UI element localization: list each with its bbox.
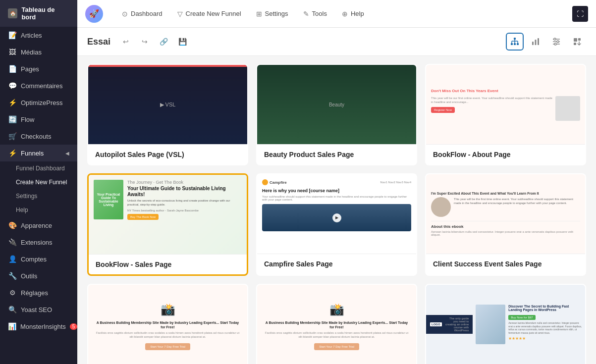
commentaires-icon: 💬 (8, 82, 17, 90)
membership2-cta-btn: Start Your 7 Day Free Trial (314, 343, 359, 350)
view-settings-button[interactable] (547, 33, 565, 51)
tools-icon: ✎ (303, 10, 309, 18)
nav-dashboard-label: Dashboard (131, 10, 163, 17)
ebook-nav-tagline: The only guide you need to creating an o… (444, 317, 469, 332)
template-title-campfire: Campfire Sales Page (257, 254, 416, 274)
sidebar-item-medias[interactable]: 🖼 Médias (0, 44, 77, 60)
templates-grid-area[interactable]: ▶ VSL Autopilot Sales Page (VSL) Beauty … (77, 56, 596, 364)
template-card-ebook[interactable]: LOGO The only guide you need to creating… (425, 284, 586, 364)
template-preview-ebook: LOGO The only guide you need to creating… (426, 285, 585, 364)
ebook-image (476, 305, 505, 344)
content-area: Essai ↩ ↪ 🔗 💾 (77, 28, 596, 364)
autopilot-bar (88, 65, 247, 67)
sidebar-item-checkouts[interactable]: 🛒 Checkouts (0, 128, 77, 145)
monster-icon: 📊 (8, 322, 16, 330)
template-card-client-event[interactable]: I'm Super Excited About This Event and W… (425, 173, 586, 276)
sidebar-sub-funnel-dashboard[interactable]: Funnel Dashboard (0, 161, 77, 175)
save-button[interactable]: 💾 (175, 34, 190, 49)
sidebar-item-label: Checkouts (21, 133, 51, 140)
sidebar-item-reglages[interactable]: ⚙ Réglages (0, 284, 77, 301)
ebook-body: Discover The Secret to Building Fast Lan… (473, 302, 585, 347)
membership2-headline: A Business Building Membership Site Made… (263, 320, 410, 329)
redo-button[interactable]: ↪ (137, 34, 152, 49)
template-card-bookflow-sales[interactable]: Your Practical Guide To Sustainable Livi… (87, 173, 248, 276)
view-export-button[interactable] (568, 33, 586, 51)
sidebar-header[interactable]: 🏠 Tableau de bord (0, 0, 77, 27)
sidebar-item-label: Apparence (21, 222, 52, 229)
about-text: This year will be our first online event… (431, 96, 552, 113)
chart-icon (531, 37, 541, 47)
sidebar-item-extensions[interactable]: 🔌 Extensions (0, 234, 77, 251)
campfire-content: Campfire Nav1 Nav2 Nav3 Nav4 Here is why… (257, 174, 416, 254)
campfire-logo: Campfire Nav1 Nav2 Nav3 Nav4 (262, 179, 411, 185)
about-dont-miss: Don't Miss Out On This Years Event (431, 89, 580, 93)
template-card-membership2[interactable]: 📸 A Business Building Membership Site Ma… (256, 284, 417, 364)
toolbar: Essai ↩ ↪ 🔗 💾 (77, 28, 596, 56)
ebook-desc: Aenean lacinia bibendum nulla sed consec… (508, 321, 582, 334)
sidebar-item-yoast[interactable]: 🔍 Yoast SEO (0, 301, 77, 318)
membership2-camera-icon: 📸 (329, 303, 344, 316)
toolbar-title: Essai (87, 37, 110, 47)
optimizepress-icon: ⚡ (8, 99, 17, 106)
fullscreen-button[interactable]: ⛶ (572, 6, 588, 22)
funnel-dashboard-label: Funnel Dashboard (16, 165, 65, 172)
template-card-beauty[interactable]: Beauty Beauty Product Sales Page (256, 64, 417, 165)
nav-settings[interactable]: ⊞ Settings (249, 6, 295, 22)
template-card-membership1[interactable]: 📸 A Business Building Membership Site Ma… (87, 284, 248, 364)
template-preview-bookflow-about: Don't Miss Out On This Years Event This … (426, 65, 585, 144)
export-icon (572, 37, 582, 47)
nav-settings-label: Settings (265, 10, 288, 17)
template-title-beauty: Beauty Product Sales Page (257, 144, 416, 164)
sidebar-item-articles[interactable]: 📝 Articles (0, 27, 77, 44)
sidebar-item-label: Articles (21, 32, 42, 39)
svg-rect-1 (511, 43, 513, 45)
help-icon: ⊕ (342, 10, 348, 18)
sidebar-item-label: MonsterInsights (20, 323, 66, 330)
top-navigation: 🚀 ⊙ Dashboard ▽ Create New Funnel ⊞ Sett… (77, 0, 596, 28)
nav-dashboard[interactable]: ⊙ Dashboard (115, 6, 169, 22)
ebook-header: LOGO The only guide you need to creating… (426, 315, 473, 334)
client-event-layout: This year will be the first time online … (431, 197, 580, 217)
ebook-content: Discover The Secret to Building Fast Lan… (508, 305, 582, 344)
sidebar-item-monster[interactable]: 📊 MonsterInsights 5 (0, 318, 77, 335)
nav-create-funnel[interactable]: ▽ Create New Funnel (170, 6, 248, 22)
sidebar-sub-help[interactable]: Help (0, 203, 77, 217)
book-buy-btn: Buy The Book Now (127, 214, 159, 220)
nav-tools-label: Tools (312, 10, 327, 17)
dashboard-icon: ⊙ (122, 10, 128, 18)
template-card-campfire[interactable]: Campfire Nav1 Nav2 Nav3 Nav4 Here is why… (256, 173, 417, 276)
client-event-bottom: About this ebook Aenean lacinia bibendum… (431, 221, 580, 236)
sidebar-item-label: Médias (21, 49, 42, 56)
link-button[interactable]: 🔗 (156, 34, 171, 49)
sidebar-item-comptes[interactable]: 👤 Comptes (0, 251, 77, 267)
sidebar-item-label: Outils (21, 272, 37, 280)
sidebar-sub-settings[interactable]: Settings (0, 189, 77, 203)
template-preview-membership1: 📸 A Business Building Membership Site Ma… (88, 285, 247, 364)
sidebar-item-label: Funnels (21, 150, 44, 157)
sidebar-item-pages[interactable]: 📄 Pages (0, 60, 77, 77)
sidebar-sub-create-funnel[interactable]: Create New Funnel (0, 175, 77, 189)
nav-help[interactable]: ⊕ Help (335, 6, 371, 22)
client-event-headline: I'm Super Excited About This Event and W… (431, 192, 580, 195)
autopilot-placeholder: ▶ VSL (160, 102, 176, 108)
membership1-content: 📸 A Business Building Membership Site Ma… (88, 295, 247, 354)
view-chart-button[interactable] (527, 33, 544, 51)
template-preview-client-event: I'm Super Excited About This Event and W… (426, 174, 585, 254)
sidebar-item-outils[interactable]: 🔧 Outils (0, 267, 77, 284)
sidebar-item-funnels[interactable]: ⚡ Funnels ◀ (0, 145, 77, 161)
sidebar-item-commentaires[interactable]: 💬 Commentaires (0, 77, 77, 94)
nav-tools[interactable]: ✎ Tools (296, 6, 334, 22)
templates-grid: ▶ VSL Autopilot Sales Page (VSL) Beauty … (87, 64, 586, 364)
view-hierarchy-button[interactable] (506, 33, 524, 51)
membership-cta-btn: Start Your 7 Day Free Trial (145, 343, 190, 350)
sidebar-item-optimizepress[interactable]: ⚡ OptimizePress (0, 94, 77, 111)
template-card-bookflow-about[interactable]: Don't Miss Out On This Years Event This … (425, 64, 586, 165)
nav-right: ⛶ (572, 6, 588, 22)
template-card-autopilot[interactable]: ▶ VSL Autopilot Sales Page (VSL) (87, 64, 248, 165)
undo-button[interactable]: ↩ (118, 34, 133, 49)
nav-items: ⊙ Dashboard ▽ Create New Funnel ⊞ Settin… (115, 6, 570, 22)
sidebar-item-apparence[interactable]: 🎨 Apparence (0, 217, 77, 234)
medias-icon: 🖼 (8, 48, 17, 56)
sidebar-item-flow[interactable]: 🔄 Flow (0, 111, 77, 128)
ebook-stars: ★★★★★ (508, 336, 582, 341)
